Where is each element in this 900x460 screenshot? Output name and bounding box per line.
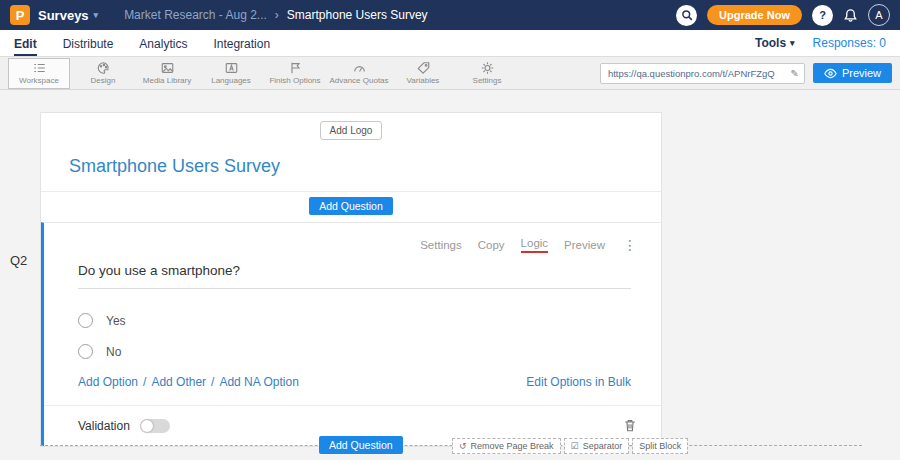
remove-page-break-icon: ↺ [459,441,467,451]
toolbar-item-label: Design [91,76,116,85]
image-icon [160,61,175,75]
workspace-icon [32,61,47,75]
toolbar-item-label: Languages [211,76,251,85]
split-block-button[interactable]: Split Block [632,438,688,454]
tag-icon [416,61,431,75]
tab-edit[interactable]: Edit [14,31,37,56]
topbar-actions: Upgrade Now ? A [676,4,890,26]
logo-letter: P [16,8,25,23]
notifications-bell-icon[interactable] [843,8,858,23]
preview-button[interactable]: Preview [813,63,892,83]
survey-title[interactable]: Smartphone Users Survey [69,156,661,177]
toolbar-item-label: Settings [473,76,502,85]
toolbar-item-design[interactable]: Design [72,58,134,89]
toolbar-item-label: Variables [407,76,440,85]
breadcrumb-current: Smartphone Users Survey [287,8,428,22]
separator-label: Separator [583,441,623,451]
toolbar-item-label: Finish Options [269,76,320,85]
tools-label: Tools [755,36,786,50]
survey-url-box: ✎ [600,63,805,84]
toolbar-right: ✎ Preview [600,63,892,84]
breadcrumb: Market Research - Aug 2... › Smartphone … [124,8,427,22]
radio-icon[interactable] [78,313,93,328]
chevron-down-icon: ▾ [94,10,99,20]
add-logo-row: Add Logo [41,113,661,140]
toolbar-item-media-library[interactable]: Media Library [136,58,198,89]
surveys-menu[interactable]: Surveys ▾ [38,8,98,23]
separator-button[interactable]: ☑ Separator [564,438,630,454]
tab-distribute[interactable]: Distribute [63,31,114,56]
question-preview-link[interactable]: Preview [564,239,605,251]
question-block: Settings Copy Logic Preview ⋮ Do you use… [41,222,661,446]
remove-page-break-button[interactable]: ↺ Remove Page Break [452,438,561,454]
question-more-menu-icon[interactable]: ⋮ [623,237,637,253]
top-navbar: P Surveys ▾ Market Research - Aug 2... ›… [0,0,900,30]
question-actions: Settings Copy Logic Preview ⋮ [44,223,661,253]
menubar-right: Tools ▾ Responses: 0 [755,36,886,50]
page-break-row: Add Question ↺ Remove Page Break ☑ Separ… [0,433,900,459]
separator-checkbox-icon: ☑ [571,441,579,451]
validation-toggle[interactable] [140,419,170,433]
link-separator: / [211,375,214,389]
questionpro-logo[interactable]: P [10,5,30,25]
toolbar-item-finish-options[interactable]: Finish Options [264,58,326,89]
help-icon[interactable]: ? [812,5,833,26]
add-option-link[interactable]: Add Option [78,375,138,389]
option-row-yes[interactable]: Yes [78,313,661,328]
add-other-link[interactable]: Add Other [151,375,206,389]
question-logic-link[interactable]: Logic [521,237,549,253]
eye-icon [824,68,837,79]
toolbar-item-workspace[interactable]: Workspace [8,58,70,89]
question-number: Q2 [10,253,27,268]
toolbar-item-languages[interactable]: Languages [200,58,262,89]
question-text-field[interactable]: Do you use a smartphone? [78,263,631,289]
block-tools: ↺ Remove Page Break ☑ Separator Split Bl… [452,438,688,454]
avatar-initial: A [875,9,882,21]
remove-page-break-label: Remove Page Break [471,441,554,451]
survey-menu-bar: Edit Distribute Analytics Integration To… [0,30,900,57]
option-row-no[interactable]: No [78,344,661,359]
breadcrumb-separator-icon: › [275,8,279,22]
edit-options-in-bulk-link[interactable]: Edit Options in Bulk [526,375,631,389]
add-question-button-top[interactable]: Add Question [309,197,393,215]
surveys-menu-label: Surveys [38,8,89,23]
option-links: Add Option / Add Other / Add NA Option [78,375,299,389]
chevron-down-icon: ▾ [790,38,795,48]
survey-card: Add Logo Smartphone Users Survey Add Que… [40,112,662,447]
question-copy-link[interactable]: Copy [478,239,505,251]
survey-url-input[interactable] [606,67,791,80]
edit-url-pencil-icon[interactable]: ✎ [790,68,798,79]
option-label[interactable]: No [106,345,121,359]
toolbar-item-label: Media Library [143,76,191,85]
gear-icon [480,61,495,75]
edit-toolbar: Workspace Design Media Library Languages [0,57,900,90]
toolbar-item-variables[interactable]: Variables [392,58,454,89]
radio-icon[interactable] [78,344,93,359]
palette-icon [96,61,111,75]
tab-integration[interactable]: Integration [213,31,270,56]
split-block-label: Split Block [639,441,681,451]
tools-menu[interactable]: Tools ▾ [755,36,795,50]
gauge-icon [352,61,367,75]
add-question-button-bottom[interactable]: Add Question [319,436,403,454]
tab-analytics[interactable]: Analytics [139,31,187,56]
add-question-row-top: Add Question [41,192,661,222]
toolbar-item-label: Advance Quotas [329,76,388,85]
responses-count[interactable]: Responses: 0 [813,36,886,50]
search-icon[interactable] [676,5,697,26]
option-label[interactable]: Yes [106,314,126,328]
add-na-option-link[interactable]: Add NA Option [219,375,298,389]
validation-label: Validation [78,419,130,433]
toolbar-item-settings[interactable]: Settings [456,58,518,89]
add-logo-button[interactable]: Add Logo [320,121,383,140]
delete-question-trash-icon[interactable] [623,418,637,433]
toolbar-item-advance-quotas[interactable]: Advance Quotas [328,58,390,89]
upgrade-now-button[interactable]: Upgrade Now [707,5,802,25]
user-avatar[interactable]: A [868,4,890,26]
option-links-row: Add Option / Add Other / Add NA Option E… [78,375,631,389]
breadcrumb-parent[interactable]: Market Research - Aug 2... [124,8,267,22]
toolbar-item-label: Workspace [19,76,59,85]
question-settings-link[interactable]: Settings [420,239,462,251]
toggle-knob [141,420,153,432]
survey-canvas: Q2 Add Logo Smartphone Users Survey Add … [0,90,900,460]
